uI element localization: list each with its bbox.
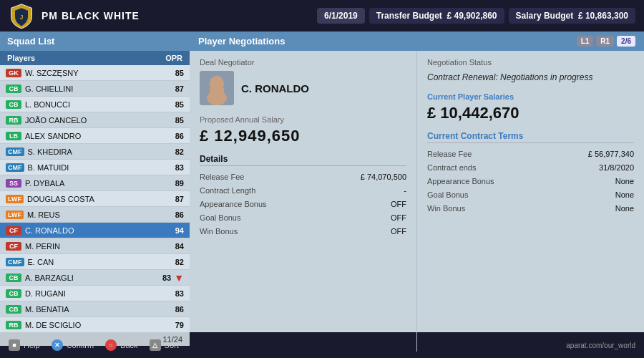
player-name: ALEX SANDRO xyxy=(25,132,167,140)
position-badge: CMF xyxy=(6,163,24,172)
player-avatar xyxy=(200,71,234,105)
action-icon: ✕ xyxy=(52,339,63,351)
detail-key: Release Fee xyxy=(200,173,244,181)
page-indicator: 2/6 xyxy=(617,36,635,47)
club-name: PM BLACK WHITE xyxy=(42,10,140,21)
detail-val: OFF xyxy=(391,227,406,236)
squad-row[interactable]: RB M. DE SCIGLIO 79 xyxy=(0,317,190,333)
top-info-group: 6/1/2019 Transfer Budget £ 49,902,860 Sa… xyxy=(317,8,635,24)
contract-val: None xyxy=(615,177,634,185)
player-opr: 85 xyxy=(167,116,184,125)
player-name: JOÃO CANCELO xyxy=(25,116,167,125)
contract-val: None xyxy=(615,190,634,199)
position-badge: CF xyxy=(6,226,21,235)
club-logo-icon: J xyxy=(9,3,34,29)
squad-row[interactable]: CF C. RONALDO 94 xyxy=(0,223,190,238)
detail-val: £ 74,070,500 xyxy=(361,173,406,181)
position-badge: CB xyxy=(6,274,21,282)
squad-row[interactable]: CB A. BARZAGLI 83 ▼ xyxy=(0,270,190,286)
detail-row: Contract Length - xyxy=(200,184,406,198)
svg-text:J: J xyxy=(19,14,23,21)
bottom-action[interactable]: ■ Help xyxy=(9,339,40,351)
position-badge: CF xyxy=(6,242,21,251)
detail-val: OFF xyxy=(391,213,406,222)
squad-row[interactable]: LWF DOUGLAS COSTA 87 xyxy=(0,191,190,207)
nav-l1-badge[interactable]: L1 xyxy=(577,36,594,47)
bottom-action[interactable]: ✕ Confirm xyxy=(52,339,94,351)
player-name: G. CHIELLINI xyxy=(25,84,167,93)
player-opr: 84 xyxy=(167,242,184,251)
player-opr: 86 xyxy=(167,305,184,314)
squad-row[interactable]: CMF E. CAN 82 xyxy=(0,254,190,270)
svg-rect-4 xyxy=(210,88,224,94)
nav-badges: L1 R1 2/6 xyxy=(577,36,635,47)
player-name: M. PERIN xyxy=(25,242,167,251)
detail-row: Win Bonus OFF xyxy=(200,225,406,238)
squad-row[interactable]: CMF S. KHEDIRA 82 xyxy=(0,144,190,160)
squad-row[interactable]: LWF M. REUS 86 xyxy=(0,207,190,223)
contract-val: 31/8/2020 xyxy=(599,163,634,172)
contract-row: Release Fee £ 56,977,340 xyxy=(427,147,634,161)
squad-row[interactable]: CB D. RUGANI 83 xyxy=(0,286,190,301)
action-icon: ○ xyxy=(105,339,117,351)
player-name: P. DYBALA xyxy=(25,179,167,188)
player-name: A. BARZAGLI xyxy=(25,274,154,282)
squad-row[interactable]: CMF B. MATUIDI 83 xyxy=(0,160,190,175)
date-display: 6/1/2019 xyxy=(317,8,365,24)
details-title: Details xyxy=(200,154,406,166)
squad-row[interactable]: CB G. CHIELLINI 87 xyxy=(0,81,190,97)
contract-key: Win Bonus xyxy=(427,204,465,213)
player-opr: 83 xyxy=(167,163,184,172)
bottom-actions: ■ Help ✕ Confirm ○ Back △ Sort xyxy=(9,339,179,351)
player-name: E. CAN xyxy=(28,258,167,266)
bottom-action[interactable]: ○ Back xyxy=(105,339,137,351)
player-opr: 83 xyxy=(167,289,184,298)
neg-status-value: Contract Renewal: Negotiations in progre… xyxy=(427,72,634,82)
detail-key: Goal Bonus xyxy=(200,213,240,222)
player-name: L. BONUCCI xyxy=(25,100,167,109)
player-name: W. SZCZĘSNY xyxy=(25,69,167,77)
player-opr: 83 xyxy=(154,274,171,282)
watermark: aparat.com/our_world xyxy=(566,342,635,349)
negotiation-panel-title: Player Negotiations L1 R1 2/6 xyxy=(190,32,644,51)
down-arrow-icon: ▼ xyxy=(174,272,184,284)
detail-key: Contract Length xyxy=(200,186,255,195)
player-opr: 82 xyxy=(167,147,184,156)
salary-budget-display: Salary Budget £ 10,863,300 xyxy=(509,8,635,24)
player-opr: 89 xyxy=(167,179,184,188)
player-name: M. BENATIA xyxy=(25,305,167,314)
action-label: Back xyxy=(120,341,137,349)
position-badge: CB xyxy=(6,100,21,109)
squad-panel-title: Squad List xyxy=(0,32,190,51)
nav-r1-badge[interactable]: R1 xyxy=(596,36,614,47)
negotiation-right: Negotiation Status Contract Renewal: Neg… xyxy=(417,51,644,352)
contract-row: Win Bonus None xyxy=(427,202,634,216)
contract-row: Contract ends 31/8/2020 xyxy=(427,161,634,175)
squad-row[interactable]: GK W. SZCZĘSNY 85 xyxy=(0,65,190,81)
detail-key: Win Bonus xyxy=(200,227,238,236)
player-opr: 94 xyxy=(167,226,184,235)
neg-status-label: Negotiation Status xyxy=(427,58,634,67)
squad-row[interactable]: CB L. BONUCCI 85 xyxy=(0,97,190,112)
position-badge: GK xyxy=(6,69,21,77)
contract-key: Contract ends xyxy=(427,163,476,172)
negotiation-left: Deal Negotiator C. RONALDO Prop xyxy=(190,51,417,352)
player-opr: 82 xyxy=(167,258,184,266)
bottom-action[interactable]: △ Sort xyxy=(150,339,179,351)
position-badge: RB xyxy=(6,321,21,329)
transfer-budget-display: Transfer Budget £ 49,902,860 xyxy=(369,8,504,24)
squad-row[interactable]: CF M. PERIN 84 xyxy=(0,238,190,254)
squad-panel: Squad List Players OPR GK W. SZCZĘSNY 85… xyxy=(0,32,190,332)
squad-row[interactable]: SS P. DYBALA 89 xyxy=(0,175,190,191)
action-icon: ■ xyxy=(9,339,20,351)
position-badge: LWF xyxy=(6,211,24,219)
squad-row[interactable]: LB ALEX SANDRO 86 xyxy=(0,128,190,144)
squad-row[interactable]: RB JOÃO CANCELO 85 xyxy=(0,112,190,128)
player-opr: 85 xyxy=(167,100,184,109)
player-name: DOUGLAS COSTA xyxy=(27,195,167,203)
proposed-salary-section: Proposed Annual Salary £ 12,949,650 xyxy=(200,115,406,145)
contract-key: Release Fee xyxy=(427,150,472,158)
squad-row[interactable]: CB M. BENATIA 86 xyxy=(0,301,190,317)
position-badge: LB xyxy=(6,132,21,140)
action-label: Help xyxy=(24,341,40,349)
